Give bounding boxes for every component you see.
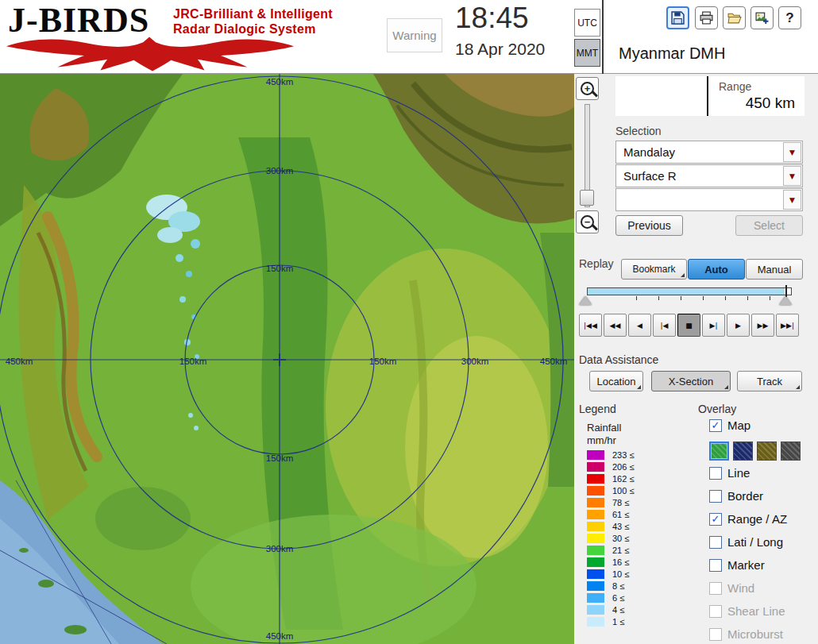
map-style-swatch-3[interactable] [757,442,777,461]
fast-rewind-button[interactable]: ◀◀ [604,314,627,337]
legend-row: 10 ≤ [587,568,634,580]
playback-controls: |◀◀◀◀◀|◀■▶|▶▶▶▶▶| [579,314,812,337]
eagle-logo-icon [5,35,300,71]
select-button[interactable]: Select [735,215,803,236]
overlay-item-label: Microburst [727,627,783,641]
open-folder-button[interactable] [723,6,746,29]
checkbox[interactable] [709,536,722,549]
help-button[interactable]: ? [778,6,801,29]
previous-button[interactable]: Previous [615,215,683,236]
overlay-item-marker[interactable]: Marker [709,558,816,572]
location-button[interactable]: Location [589,371,643,391]
overlay-item-map[interactable]: ✓Map [709,418,816,432]
legend-row: 233 ≤ [587,449,634,461]
checkbox[interactable] [709,490,722,503]
play-reverse-button[interactable]: ◀ [628,314,651,337]
legend-value: 233 ≤ [612,450,634,460]
timezone-utc-button[interactable]: UTC [574,9,600,37]
auto-button[interactable]: Auto [688,259,745,280]
overlay-item-label: Map [727,418,750,432]
overlay-item-microburst: Microburst [709,627,816,641]
option-dropdown[interactable]: ▼ [615,188,803,211]
chevron-down-icon[interactable]: ▼ [783,166,801,186]
timeline-ticks [636,296,792,300]
legend-value: 4 ≤ [612,605,624,615]
x-section-button[interactable]: X-Section [651,371,731,391]
step-forward-button[interactable]: ▶| [702,314,725,337]
clock-date: 18 Apr 2020 [455,40,545,59]
legend-color-swatch [587,557,604,567]
zoom-slider-thumb[interactable] [580,190,594,206]
timeline-thumb[interactable] [779,296,792,305]
replay-timeline-slider[interactable] [581,285,801,306]
data-assistance-label: Data Assistance [579,353,658,366]
overlay-item-border[interactable]: Border [709,489,816,503]
legend-label: Legend [579,403,616,415]
skip-to-start-button[interactable]: |◀◀ [579,314,602,337]
checkbox[interactable] [709,559,722,572]
range-ring-label: 450km [540,357,568,366]
legend-color-swatch [587,593,604,603]
range-ring-label: 450km [6,357,33,366]
legend-value: 61 ≤ [612,510,629,519]
checkbox[interactable]: ✓ [709,513,722,526]
warning-button[interactable]: Warning [387,18,442,52]
legend-row: 4 ≤ [587,604,634,615]
timeline-thumb-line [785,285,787,297]
chevron-down-icon[interactable]: ▼ [783,142,801,162]
overlay-item-line[interactable]: Line [709,466,816,480]
legend-color-swatch [587,450,604,460]
range-divider [707,76,708,116]
logo-tagline-line1: JRC-Brilliant & Intelligent [173,7,333,21]
step-back-button[interactable]: |◀ [653,314,676,337]
control-panel: + − Range 450 km Selection Mandalay ▼ Su… [574,74,818,644]
range-ring-label: 150km [266,264,294,273]
track-button[interactable]: Track [737,371,802,391]
legend-color-swatch [587,581,604,591]
stop-button[interactable]: ■ [677,314,700,337]
range-ring-label: 300km [461,357,489,366]
legend-color-swatch [587,498,604,507]
range-ring-label: 450km [266,77,294,87]
timeline-track[interactable] [587,287,792,295]
zoom-in-button[interactable]: + [576,77,599,100]
zoom-out-icon: − [581,215,594,229]
timeline-start-marker[interactable] [579,296,592,305]
map-style-swatch-1[interactable] [709,442,729,461]
play-button[interactable]: ▶ [727,314,750,337]
rainfall-legend: 233 ≤206 ≤162 ≤100 ≤78 ≤61 ≤43 ≤30 ≤21 ≤… [587,449,634,627]
overlay-item-wind: Wind [709,581,816,595]
timezone-mmt-button[interactable]: MMT [574,39,600,67]
chevron-down-icon[interactable]: ▼ [783,190,801,210]
range-ring-label: 150km [369,357,397,366]
legend-color-swatch [587,510,604,519]
legend-row: 162 ≤ [587,472,634,484]
zoom-out-button[interactable]: − [576,210,599,233]
product-dropdown[interactable]: Surface R ▼ [615,164,803,187]
print-button[interactable] [695,6,718,29]
fast-forward-button[interactable]: ▶▶ [751,314,774,337]
checkbox[interactable] [709,467,722,480]
overlay-item-label: Border [727,489,763,503]
station-name: Myanmar DMH [619,44,725,63]
save-icon [671,11,685,25]
legend-row: 61 ≤ [587,508,634,520]
legend-row: 6 ≤ [587,592,634,604]
bookmark-button[interactable]: Bookmark [621,259,687,280]
legend-value: 43 ≤ [612,522,629,531]
map-style-swatch-4[interactable] [781,442,801,461]
map-style-swatch-2[interactable] [733,442,753,461]
overlay-item-lati-long[interactable]: Lati / Long [709,535,816,549]
radar-map[interactable]: 450km300km150km150km300km450km450km150km… [0,74,574,644]
manual-button[interactable]: Manual [746,259,803,280]
range-ring-label: 300km [266,166,294,175]
overlay-item-range-az[interactable]: ✓Range / AZ [709,512,816,526]
checkbox[interactable]: ✓ [709,419,722,432]
save-button[interactable] [666,6,689,29]
add-image-button[interactable] [750,6,774,29]
skip-to-end-button[interactable]: ▶▶| [776,314,799,337]
site-dropdown[interactable]: Mandalay ▼ [615,141,803,164]
legend-color-swatch [587,569,604,579]
legend-color-swatch [587,474,604,484]
legend-value: 78 ≤ [612,498,629,507]
